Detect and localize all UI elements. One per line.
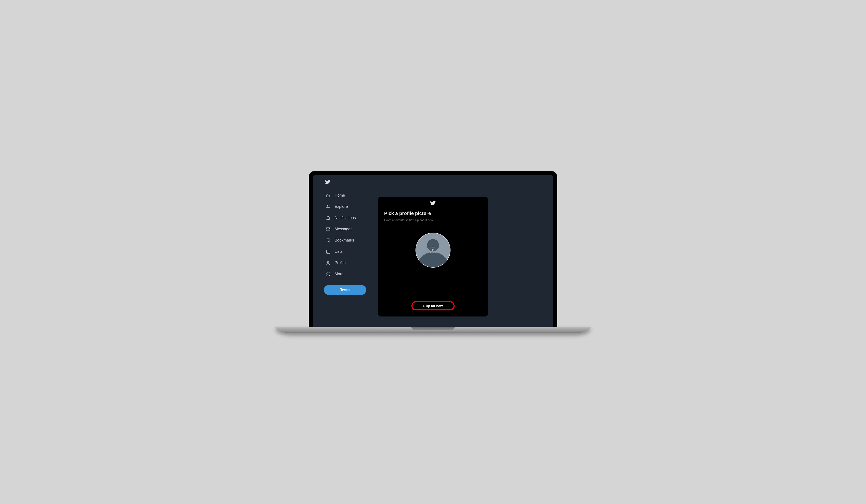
person-icon [325,260,331,265]
svg-line-4 [329,205,329,208]
modal-twitter-logo [378,200,488,207]
sidebar: Home Explore Notifications [313,175,370,327]
sidebar-item-label: Home [335,193,345,198]
sidebar-item-explore[interactable]: Explore [324,202,367,212]
svg-point-13 [328,274,329,274]
sidebar-item-messages[interactable]: Messages [324,224,367,234]
sidebar-item-label: Lists [335,249,343,254]
bell-icon [325,215,331,220]
skip-button-container: Skip for now [384,301,482,310]
twitter-bird-icon [325,179,331,185]
profile-picture-modal: Pick a profile picture Have a favorite s… [378,197,488,317]
sidebar-item-label: Explore [335,204,348,209]
bookmark-icon [325,238,331,243]
svg-point-12 [327,274,327,274]
twitter-bird-icon [430,200,436,206]
svg-point-14 [329,274,329,274]
list-icon [325,249,331,254]
sidebar-item-label: Notifications [335,216,356,220]
avatar-placeholder[interactable] [415,233,451,268]
annotation-highlight-ring: Skip for now [411,301,455,310]
sidebar-item-more[interactable]: More [324,269,367,279]
sidebar-item-bookmarks[interactable]: Bookmarks [324,235,367,245]
sidebar-item-notifications[interactable]: Notifications [324,213,367,223]
tweet-button[interactable]: Tweet [324,285,366,295]
camera-icon[interactable] [430,248,436,253]
laptop-mockup: Home Explore Notifications [275,171,591,333]
twitter-app: Home Explore Notifications [313,175,553,327]
svg-rect-5 [326,228,330,231]
svg-point-0 [328,195,329,196]
svg-point-10 [327,261,329,263]
home-icon [325,193,331,198]
svg-line-3 [327,205,327,208]
sidebar-item-label: Bookmarks [335,238,354,243]
modal-title: Pick a profile picture [384,211,482,216]
envelope-icon [325,227,331,232]
laptop-base [275,327,591,333]
laptop-screen: Home Explore Notifications [313,175,553,327]
sidebar-item-home[interactable]: Home [324,190,367,201]
laptop-screen-frame: Home Explore Notifications [309,171,557,327]
laptop-notch [411,327,455,330]
sidebar-item-label: Messages [335,227,352,231]
sidebar-item-label: Profile [335,261,346,265]
hashtag-icon [325,204,331,209]
sidebar-item-profile[interactable]: Profile [324,258,367,268]
twitter-logo[interactable] [324,179,367,186]
modal-subtitle: Have a favorite selfie? Upload it now. [384,218,482,222]
more-icon [325,272,331,277]
sidebar-item-label: More [335,272,344,276]
sidebar-item-lists[interactable]: Lists [324,247,367,257]
skip-button[interactable]: Skip for now [423,304,443,308]
avatar-upload-area[interactable] [384,228,482,299]
modal-body: Pick a profile picture Have a favorite s… [378,211,488,310]
